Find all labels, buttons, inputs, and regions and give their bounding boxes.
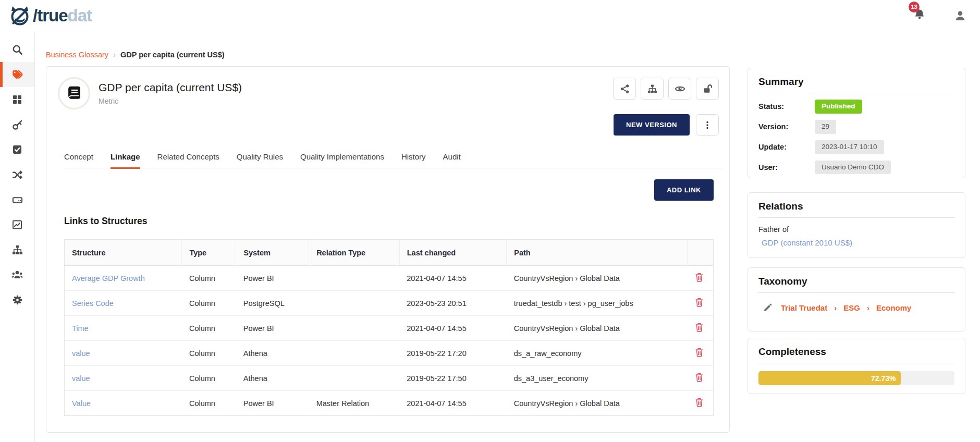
lineage-button[interactable] bbox=[641, 78, 664, 100]
eye-icon bbox=[675, 83, 685, 94]
relation-link[interactable]: GDP (constant 2010 US$) bbox=[762, 238, 954, 247]
structure-link[interactable]: Average GDP Growth bbox=[72, 274, 145, 283]
delete-link-button[interactable] bbox=[695, 373, 704, 382]
cell-type: Column bbox=[182, 316, 236, 341]
cell-type: Column bbox=[182, 391, 236, 416]
update-label: Update: bbox=[758, 143, 815, 151]
tab-concept[interactable]: Concept bbox=[64, 152, 93, 169]
structure-link[interactable]: Time bbox=[72, 324, 89, 333]
taxonomy-panel: Taxonomy Trial Truedat › ESG › Economy bbox=[748, 267, 965, 332]
table-row: ValueColumnPower BIMaster Relation2021-0… bbox=[65, 391, 714, 416]
trash-icon bbox=[695, 273, 704, 282]
gear-icon bbox=[12, 294, 23, 305]
edit-taxonomy-button[interactable] bbox=[763, 303, 773, 313]
concept-avatar bbox=[58, 77, 90, 109]
sidebar-item-users[interactable] bbox=[0, 262, 34, 287]
structure-link[interactable]: Series Code bbox=[72, 299, 114, 308]
truedat-logo[interactable]: /truedat bbox=[8, 4, 92, 27]
more-actions-button[interactable] bbox=[696, 114, 719, 136]
table-row: valueColumnAthena2019-05-22 17:20ds_a_ra… bbox=[65, 341, 714, 366]
delete-link-button[interactable] bbox=[695, 298, 704, 307]
col-system: System bbox=[236, 240, 309, 266]
sidebar-item-data-catalog[interactable] bbox=[0, 187, 34, 212]
sidebar-item-permissions[interactable] bbox=[0, 112, 34, 137]
book-icon bbox=[66, 85, 82, 102]
cell-path: truedat_testdb › test › pg_user_jobs bbox=[507, 291, 688, 316]
breadcrumb-current: GDP per capita (current US$) bbox=[120, 51, 225, 59]
chart-line-icon bbox=[12, 219, 22, 230]
links-table: Structure Type System Relation Type Last… bbox=[64, 239, 714, 416]
structure-link[interactable]: value bbox=[72, 349, 90, 358]
user-menu-button[interactable] bbox=[954, 9, 966, 22]
watch-button[interactable] bbox=[668, 78, 691, 100]
completeness-value: 72.73% bbox=[871, 374, 896, 383]
sidebar-item-glossary[interactable] bbox=[0, 62, 34, 87]
completeness-track: 72.73% bbox=[758, 371, 954, 385]
sitemap-icon bbox=[647, 84, 657, 94]
structure-link[interactable]: Value bbox=[72, 399, 91, 408]
tab-quality-rules[interactable]: Quality Rules bbox=[237, 152, 283, 169]
cell-relation-type: Master Relation bbox=[309, 391, 400, 416]
shuffle-icon bbox=[12, 169, 23, 180]
trash-icon bbox=[695, 373, 704, 382]
logo-wordmark: /truedat bbox=[33, 7, 92, 24]
col-actions bbox=[688, 240, 714, 266]
delete-link-button[interactable] bbox=[695, 348, 704, 357]
completeness-fill: 72.73% bbox=[758, 371, 901, 385]
user-value: Usuario Demo CDO bbox=[815, 161, 891, 175]
new-version-button[interactable]: NEW VERSION bbox=[614, 114, 690, 136]
notifications-button[interactable]: 13 bbox=[913, 8, 926, 23]
sidebar-item-taxonomy[interactable] bbox=[0, 237, 34, 262]
concept-tabs: Concept Linkage Related Concepts Quality… bbox=[64, 152, 722, 168]
tab-audit[interactable]: Audit bbox=[443, 152, 461, 169]
share-icon bbox=[620, 84, 630, 94]
notification-badge: 13 bbox=[909, 2, 920, 13]
trash-icon bbox=[695, 323, 704, 332]
update-value: 2023-01-17 10:10 bbox=[815, 140, 884, 154]
cell-system: PostgreSQL bbox=[236, 291, 309, 316]
delete-link-button[interactable] bbox=[695, 273, 704, 282]
unlock-icon bbox=[702, 83, 713, 94]
truedat-app: /truedat 13 bbox=[0, 0, 980, 442]
sidebar-item-search[interactable] bbox=[0, 37, 34, 62]
taxonomy-link-subdomain[interactable]: ESG bbox=[843, 303, 860, 312]
cell-path: CountryVsRegion › Global Data bbox=[507, 266, 688, 291]
owl-logo-icon bbox=[8, 4, 31, 27]
taxonomy-link-domain[interactable]: Trial Truedat bbox=[781, 303, 827, 312]
tab-linkage[interactable]: Linkage bbox=[111, 152, 140, 169]
sidebar-item-quality[interactable] bbox=[0, 137, 34, 162]
tab-related-concepts[interactable]: Related Concepts bbox=[157, 152, 219, 169]
sidebar-item-settings[interactable] bbox=[0, 287, 34, 312]
summary-user-row: User: Usuario Demo CDO bbox=[758, 161, 954, 175]
completeness-panel: Completeness 72.73% bbox=[748, 338, 965, 394]
taxonomy-link-leaf[interactable]: Economy bbox=[876, 303, 912, 312]
add-link-button[interactable]: ADD LINK bbox=[654, 179, 714, 201]
lock-button[interactable] bbox=[696, 78, 719, 100]
share-button[interactable] bbox=[613, 78, 636, 100]
cell-system: Athena bbox=[236, 366, 309, 391]
user-label: User: bbox=[758, 163, 815, 171]
cell-type: Column bbox=[182, 366, 236, 391]
summary-panel: Summary Status: Published Version: 29 Up… bbox=[748, 68, 965, 178]
grid-icon bbox=[12, 94, 22, 105]
col-last-changed: Last changed bbox=[399, 240, 506, 266]
trash-icon bbox=[695, 348, 704, 357]
links-section-title: Links to Structures bbox=[64, 216, 147, 227]
status-badge: Published bbox=[815, 100, 862, 114]
sidebar-item-insights[interactable] bbox=[0, 212, 34, 237]
delete-link-button[interactable] bbox=[695, 323, 704, 332]
version-value: 29 bbox=[815, 120, 836, 134]
structure-link[interactable]: value bbox=[72, 374, 90, 383]
sidebar-item-lineage[interactable] bbox=[0, 162, 34, 187]
users-icon bbox=[11, 269, 23, 280]
tab-quality-implementations[interactable]: Quality Implementations bbox=[300, 152, 384, 169]
table-row: Series CodeColumnPostgreSQL2023-05-23 20… bbox=[65, 291, 714, 316]
taxonomy-separator: › bbox=[834, 303, 837, 312]
tab-history[interactable]: History bbox=[401, 152, 426, 169]
kebab-icon bbox=[702, 120, 713, 130]
sidebar-item-dashboards[interactable] bbox=[0, 87, 34, 112]
breadcrumb-parent-link[interactable]: Business Glossary bbox=[46, 51, 108, 59]
concept-card: GDP per capita (current US$) Metric bbox=[46, 66, 730, 433]
cell-last-changed: 2023-05-23 20:51 bbox=[399, 291, 506, 316]
delete-link-button[interactable] bbox=[695, 398, 704, 407]
